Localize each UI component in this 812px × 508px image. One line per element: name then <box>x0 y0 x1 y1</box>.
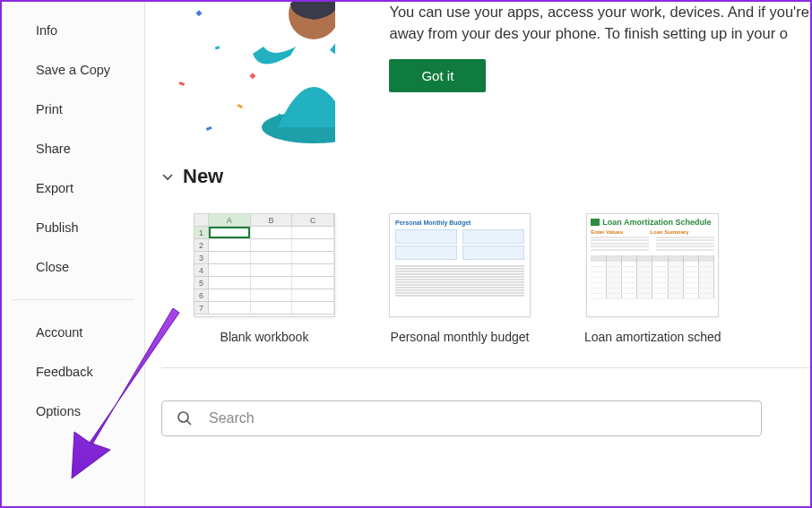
sidebar-item-share[interactable]: Share <box>2 129 144 168</box>
template-label: Blank workbook <box>220 330 309 344</box>
chevron-down-icon <box>161 170 174 183</box>
template-gallery: A B C 1 2 3 4 5 6 7 Blank workbook <box>161 213 810 344</box>
sidebar-item-save-a-copy[interactable]: Save a Copy <box>2 50 144 90</box>
sidebar-item-info[interactable]: Info <box>2 11 144 50</box>
search-box[interactable] <box>161 400 762 436</box>
backstage-main: You can use your apps, access your work,… <box>145 2 810 506</box>
template-label: Loan amortization sched <box>584 330 721 344</box>
section-title-new: New <box>183 165 223 188</box>
svg-rect-3 <box>195 10 202 16</box>
template-blank-workbook[interactable]: A B C 1 2 3 4 5 6 7 Blank workbook <box>194 213 335 344</box>
sidebar-item-feedback[interactable]: Feedback <box>2 352 144 392</box>
sidebar-divider <box>13 299 134 300</box>
sidebar-item-print[interactable]: Print <box>2 90 144 129</box>
search-input[interactable] <box>209 410 747 426</box>
sidebar-item-publish[interactable]: Publish <box>2 208 144 247</box>
template-loan-amortization-schedule[interactable]: Loan Amortization Schedule Enter Values … <box>584 213 721 344</box>
new-section-header[interactable]: New <box>161 165 810 188</box>
svg-rect-9 <box>206 126 212 131</box>
template-thumbnail: Personal Monthly Budget <box>389 213 531 317</box>
section-divider <box>161 367 810 368</box>
svg-rect-7 <box>249 73 255 79</box>
template-label: Personal monthly budget <box>391 330 530 344</box>
svg-point-14 <box>178 412 188 422</box>
thumb-title: Personal Monthly Budget <box>395 220 524 226</box>
template-thumbnail: Loan Amortization Schedule Enter Values … <box>586 213 719 317</box>
backstage-sidebar: Info Save a Copy Print Share Export Publ… <box>2 2 145 506</box>
sidebar-main-section: Info Save a Copy Print Share Export Publ… <box>2 11 144 287</box>
hero-illustration <box>161 2 335 145</box>
svg-rect-2 <box>237 104 243 109</box>
thumb-title: Loan Amortization Schedule <box>602 218 711 227</box>
template-personal-monthly-budget[interactable]: Personal Monthly Budget Personal monthly… <box>389 213 531 344</box>
bank-icon <box>591 219 600 226</box>
svg-rect-1 <box>215 46 220 49</box>
sidebar-item-account[interactable]: Account <box>2 313 144 352</box>
sidebar-item-options[interactable]: Options <box>2 392 144 431</box>
svg-line-15 <box>187 421 191 425</box>
hero-description: You can use your apps, access your work,… <box>389 2 810 45</box>
hero-banner: You can use your apps, access your work,… <box>161 2 810 145</box>
sidebar-bottom-section: Account Feedback Options <box>2 313 144 431</box>
search-icon <box>177 410 193 426</box>
sidebar-item-export[interactable]: Export <box>2 168 144 208</box>
svg-rect-0 <box>178 82 185 86</box>
hero-text-block: You can use your apps, access your work,… <box>389 2 810 92</box>
sidebar-item-close[interactable]: Close <box>2 247 144 287</box>
got-it-button[interactable]: Got it <box>389 59 486 92</box>
template-thumbnail: A B C 1 2 3 4 5 6 7 <box>194 213 335 317</box>
